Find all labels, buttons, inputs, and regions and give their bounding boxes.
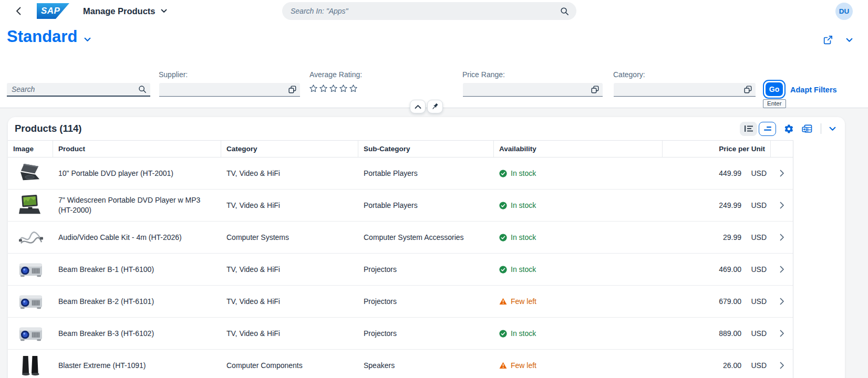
currency-code: USD bbox=[741, 233, 767, 243]
adapt-filters-button[interactable]: Adapt Filters bbox=[790, 86, 837, 94]
product-category: TV, Video & HiFi bbox=[221, 169, 358, 178]
export-button[interactable] bbox=[802, 124, 813, 134]
table-row[interactable]: Beam Breaker B-1 (HT-6100) TV, Video & H… bbox=[8, 254, 793, 286]
chevron-right-icon bbox=[780, 298, 784, 305]
availability-status: In stock bbox=[494, 329, 663, 339]
status-icon bbox=[499, 202, 507, 209]
variant-title[interactable]: Standard bbox=[7, 27, 91, 46]
product-name: Beam Breaker B-1 (HT-6100) bbox=[53, 265, 221, 275]
star-icon[interactable] bbox=[309, 84, 318, 93]
row-navigation[interactable] bbox=[771, 330, 793, 337]
products-table: Image Product Category Sub-Category Avai… bbox=[8, 140, 793, 378]
column-header-availability: Availability bbox=[494, 141, 663, 157]
shell-search-input[interactable] bbox=[290, 6, 560, 16]
price-value: 889.00 bbox=[667, 329, 741, 339]
value-help-button[interactable] bbox=[591, 86, 599, 93]
table-row[interactable]: 7" Widescreen Portable DVD Player w MP3 … bbox=[8, 190, 793, 222]
product-name: Audio/Video Cable Kit - 4m (HT-2026) bbox=[53, 233, 221, 243]
table-row[interactable]: Beam Breaker B-3 (HT-6102) TV, Video & H… bbox=[8, 318, 793, 350]
category-field bbox=[614, 83, 756, 97]
supplier-input[interactable] bbox=[163, 85, 288, 94]
app-title-menu[interactable]: Manage Products bbox=[83, 0, 167, 22]
avatar[interactable]: DU bbox=[835, 3, 853, 20]
table-header-row: Image Product Category Sub-Category Avai… bbox=[8, 141, 793, 158]
currency-code: USD bbox=[741, 169, 767, 178]
star-icon[interactable] bbox=[319, 84, 328, 93]
status-label: In stock bbox=[511, 201, 536, 211]
pin-icon bbox=[431, 102, 440, 111]
go-button[interactable]: Go bbox=[766, 82, 783, 96]
currency-code: USD bbox=[741, 201, 767, 211]
row-navigation[interactable] bbox=[771, 170, 793, 177]
status-label: In stock bbox=[511, 265, 536, 275]
back-button[interactable] bbox=[12, 5, 25, 18]
status-icon bbox=[499, 170, 507, 177]
price-cell: 26.00 USD bbox=[663, 361, 771, 371]
shell-search bbox=[282, 2, 576, 20]
star-icon[interactable] bbox=[339, 84, 348, 93]
price-range-field bbox=[463, 83, 603, 97]
status-label: In stock bbox=[511, 329, 536, 339]
value-help-button[interactable] bbox=[744, 86, 752, 93]
table-row[interactable]: Beam Breaker B-2 (HT-6101) TV, Video & H… bbox=[8, 286, 793, 318]
product-category: TV, Video & HiFi bbox=[221, 329, 358, 339]
table-row[interactable]: 10" Portable DVD player (HT-2001) TV, Vi… bbox=[8, 158, 793, 190]
price-value: 26.00 bbox=[667, 361, 741, 371]
row-navigation[interactable] bbox=[771, 362, 793, 369]
row-mode-condensed-button[interactable] bbox=[759, 122, 776, 136]
search-icon[interactable] bbox=[138, 85, 147, 93]
product-category: TV, Video & HiFi bbox=[221, 297, 358, 307]
product-category: Computer Components bbox=[221, 361, 358, 371]
price-cell: 679.00 USD bbox=[663, 297, 771, 307]
collapse-header-button[interactable] bbox=[410, 100, 426, 113]
avatar-initials: DU bbox=[839, 7, 850, 15]
chevron-down-icon bbox=[161, 9, 167, 13]
toolbar-separator bbox=[821, 123, 821, 134]
value-help-button[interactable] bbox=[288, 86, 296, 93]
category-input[interactable] bbox=[617, 85, 744, 94]
row-mode-switch bbox=[740, 122, 776, 136]
gear-icon bbox=[784, 124, 794, 134]
expand-header-button[interactable] bbox=[843, 37, 856, 43]
chevron-down-icon[interactable] bbox=[84, 37, 91, 42]
table-row[interactable]: Blaster Extreme (HT-1091) Computer Compo… bbox=[8, 350, 793, 378]
product-image bbox=[8, 258, 53, 281]
availability-status: In stock bbox=[494, 233, 663, 243]
product-subcategory: Computer System Accessories bbox=[358, 233, 494, 243]
chevron-right-icon bbox=[780, 330, 784, 337]
product-image bbox=[8, 290, 53, 313]
search-icon[interactable] bbox=[560, 7, 569, 16]
row-mode-detail-button[interactable] bbox=[740, 122, 757, 136]
price-cell: 249.99 USD bbox=[663, 201, 771, 211]
sap-logo-text: SAP bbox=[41, 6, 60, 16]
price-value: 449.99 bbox=[667, 169, 741, 178]
rating-label: Average Rating: bbox=[309, 70, 362, 79]
go-button-focus-ring: Go bbox=[763, 80, 786, 99]
star-icon[interactable] bbox=[349, 84, 358, 93]
status-label: In stock bbox=[511, 233, 536, 243]
product-subcategory: Projectors bbox=[358, 329, 494, 339]
row-navigation[interactable] bbox=[771, 266, 793, 273]
row-navigation[interactable] bbox=[771, 202, 793, 209]
chevron-down-icon bbox=[846, 38, 853, 43]
app-title-label: Manage Products bbox=[83, 6, 156, 16]
export-menu-button[interactable] bbox=[829, 127, 836, 131]
table-row[interactable]: Audio/Video Cable Kit - 4m (HT-2026) Com… bbox=[8, 222, 793, 254]
supplier-label: Supplier: bbox=[159, 70, 188, 79]
header-snap-controls bbox=[410, 100, 443, 113]
value-help-icon bbox=[591, 86, 599, 93]
price-value: 469.00 bbox=[667, 265, 741, 275]
pin-header-button[interactable] bbox=[427, 100, 443, 113]
share-button[interactable] bbox=[820, 35, 836, 45]
price-range-input[interactable] bbox=[467, 85, 591, 94]
table-settings-button[interactable] bbox=[784, 124, 794, 134]
currency-code: USD bbox=[741, 329, 767, 339]
row-navigation[interactable] bbox=[771, 298, 793, 305]
product-category: TV, Video & HiFi bbox=[221, 265, 358, 275]
price-value: 679.00 bbox=[667, 297, 741, 307]
star-icon[interactable] bbox=[329, 84, 338, 93]
status-icon bbox=[499, 234, 507, 242]
row-navigation[interactable] bbox=[771, 234, 793, 241]
table-search-input[interactable] bbox=[11, 85, 138, 94]
product-image bbox=[8, 194, 53, 217]
